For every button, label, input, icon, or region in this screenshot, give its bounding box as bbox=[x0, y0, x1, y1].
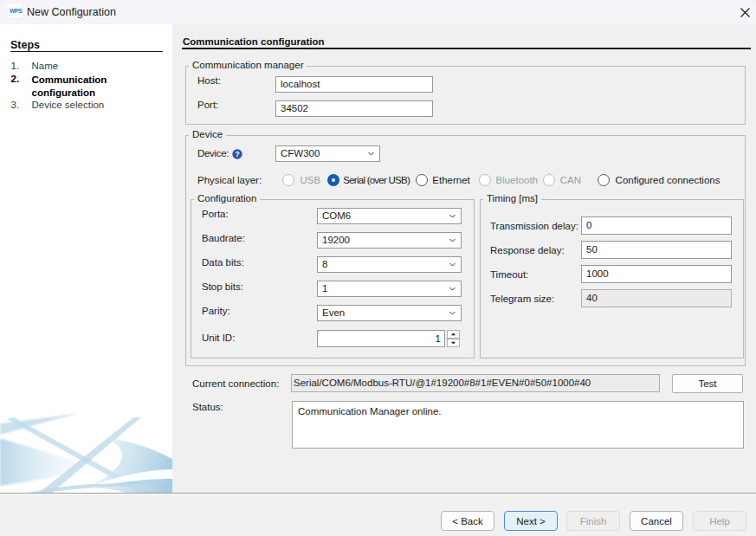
svg-text:?: ? bbox=[235, 150, 240, 158]
